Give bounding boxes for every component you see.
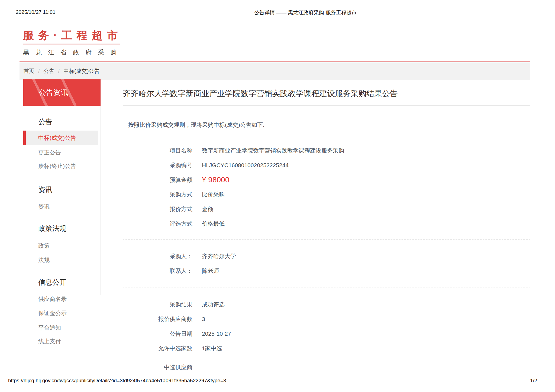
field-label: 采购结果 bbox=[123, 301, 192, 308]
field-value: 金额 bbox=[202, 205, 213, 213]
announcement-detail: 齐齐哈尔大学数字新商业产业学院数字营销实践教学课程建设服务采购结果公告 按照比价… bbox=[123, 84, 530, 375]
print-footer-url: https://hljcg.hlj.gov.cn/fwgccs/publicit… bbox=[8, 378, 226, 384]
sidebar-item-platform-notices[interactable]: 平台通知 bbox=[38, 325, 101, 331]
announcement-title: 齐齐哈尔大学数字新商业产业学院数字营销实践教学课程建设服务采购结果公告 bbox=[123, 89, 530, 98]
sidebar-item-regulations[interactable]: 法规 bbox=[38, 257, 101, 263]
budget-amount-value: ¥ 98000 bbox=[202, 176, 229, 184]
field-label: 允许中选家数 bbox=[123, 345, 192, 352]
field-value: 比价采购 bbox=[202, 191, 225, 198]
sidebar-item-news[interactable]: 资讯 bbox=[38, 204, 101, 209]
print-page-title: 公告详情 —— 黑龙江政府采购·服务工程超市 bbox=[254, 9, 357, 16]
buyer-info-section: 采购人： 齐齐哈尔大学 联系人： 陈老师 bbox=[123, 249, 530, 278]
sidebar-item-supplier-directory[interactable]: 供应商名录 bbox=[38, 296, 101, 302]
section-divider-dashed bbox=[123, 287, 530, 287]
result-info-section: 采购结果 成功评选 报价供应商数 3 公告日期 2025-10-27 允许中选家… bbox=[123, 297, 530, 375]
sidebar-group-news: 资讯 bbox=[38, 186, 101, 193]
field-value: 2025-10-27 bbox=[202, 331, 231, 337]
field-row-contact: 联系人： 陈老师 bbox=[123, 264, 530, 278]
sidebar-banner: 公告资讯 bbox=[23, 79, 101, 106]
sidebar-group-policies: 政策法规 bbox=[38, 225, 101, 232]
sidebar-item-correction-announcements[interactable]: 更正公告 bbox=[38, 150, 101, 155]
field-row-allowed-winners: 允许中选家数 1家中选 bbox=[123, 341, 530, 356]
logo-underline bbox=[23, 44, 120, 44]
field-label: 预算金额 bbox=[123, 176, 192, 184]
section-divider-dashed bbox=[123, 239, 530, 240]
field-label: 评选方式 bbox=[123, 220, 192, 228]
field-value: 价格最低 bbox=[202, 220, 225, 228]
sidebar-item-winning-announcements[interactable]: 中标(成交)公告 bbox=[23, 131, 98, 145]
logo-text: 服务·工程超市 bbox=[23, 29, 123, 41]
field-row-budget-amount: 预算金额 ¥ 98000 bbox=[123, 173, 530, 187]
breadcrumb-separator: / bbox=[38, 68, 40, 74]
sidebar-item-policy[interactable]: 政策 bbox=[38, 243, 101, 248]
field-label: 采购编号 bbox=[123, 161, 192, 169]
field-row-supplier-count: 报价供应商数 3 bbox=[123, 312, 530, 326]
field-row-buyer: 采购人： 齐齐哈尔大学 bbox=[123, 249, 530, 264]
field-row-evaluation-method: 评选方式 价格最低 bbox=[123, 216, 530, 231]
field-row-winning-supplier: 中选供应商 bbox=[123, 360, 530, 375]
announcement-intro: 按照比价采购成交规则，现将采购中标(成交)公告如下: bbox=[123, 121, 530, 129]
project-info-section: 项目名称 数字新商业产业学院数字营销实践教学课程建设服务采购 采购编号 HLJG… bbox=[123, 143, 530, 231]
sidebar-group-disclosure: 信息公开 bbox=[38, 279, 101, 286]
field-row-announcement-date: 公告日期 2025-10-27 bbox=[123, 326, 530, 341]
field-value: 数字新商业产业学院数字营销实践教学课程建设服务采购 bbox=[202, 147, 344, 154]
sidebar-menu: 公告 中标(成交)公告 更正公告 废标(终止)公告 资讯 资讯 政策法规 政策 … bbox=[23, 106, 101, 344]
breadcrumb-item-current: 中标(成交)公告 bbox=[63, 67, 99, 75]
field-label: 联系人： bbox=[123, 267, 192, 275]
field-value: 3 bbox=[202, 316, 205, 322]
title-divider bbox=[123, 105, 530, 106]
field-value: HLJGCYC1608010020252225244 bbox=[202, 162, 289, 169]
breadcrumb-item-home[interactable]: 首页 bbox=[24, 67, 34, 75]
breadcrumb-separator: / bbox=[58, 68, 60, 74]
field-row-procurement-number: 采购编号 HLJGCYC1608010020252225244 bbox=[123, 158, 530, 173]
field-label: 采购人： bbox=[123, 252, 192, 260]
announcement-detail-page: { "print_header": { "timestamp": "2025/1… bbox=[0, 0, 555, 392]
sidebar-item-online-payment[interactable]: 线上支付 bbox=[38, 338, 101, 344]
sidebar-group-announcements: 公告 bbox=[38, 118, 101, 125]
breadcrumb: 首页 / 公告 / 中标(成交)公告 bbox=[20, 62, 530, 80]
field-value: 1家中选 bbox=[202, 345, 222, 352]
breadcrumb-item-announcements[interactable]: 公告 bbox=[44, 67, 54, 75]
print-timestamp: 2025/10/27 11:01 bbox=[16, 9, 56, 15]
field-label: 项目名称 bbox=[123, 147, 192, 154]
field-label: 报价方式 bbox=[123, 205, 192, 213]
print-page-number: 1/2 bbox=[530, 378, 537, 384]
field-row-procurement-result: 采购结果 成功评选 bbox=[123, 297, 530, 312]
site-logo[interactable]: 服务·工程超市 黑龙江省政府采购 bbox=[23, 29, 123, 57]
field-label: 采购方式 bbox=[123, 191, 192, 198]
sidebar-item-deposit-publicity[interactable]: 保证金公示 bbox=[38, 310, 101, 316]
field-value: 齐齐哈尔大学 bbox=[202, 252, 236, 260]
field-label: 报价供应商数 bbox=[123, 315, 192, 323]
field-value: 成功评选 bbox=[202, 301, 225, 308]
sidebar-item-cancelled-announcements[interactable]: 废标(终止)公告 bbox=[38, 163, 101, 169]
field-row-project-name: 项目名称 数字新商业产业学院数字营销实践教学课程建设服务采购 bbox=[123, 143, 530, 158]
field-label: 中选供应商 bbox=[123, 364, 192, 371]
field-value: 陈老师 bbox=[202, 267, 219, 275]
field-row-procurement-method: 采购方式 比价采购 bbox=[123, 187, 530, 202]
field-label: 公告日期 bbox=[123, 330, 192, 338]
field-row-quotation-method: 报价方式 金额 bbox=[123, 202, 530, 216]
logo-subtitle: 黑龙江省政府采购 bbox=[23, 48, 123, 57]
